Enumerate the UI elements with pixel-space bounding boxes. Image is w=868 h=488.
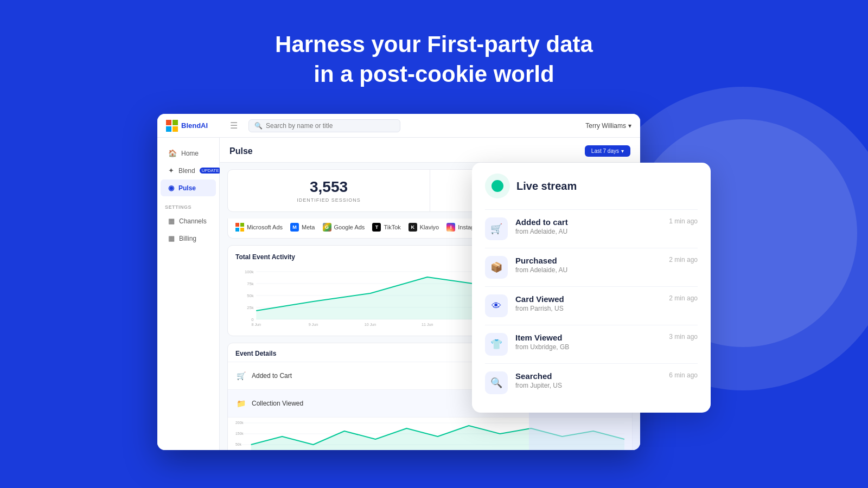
channel-klaviyo[interactable]: K Klaviyo <box>409 223 439 232</box>
ls-card-icon-0: 🛒 <box>485 217 508 240</box>
svg-text:10 Jun: 10 Jun <box>365 322 376 326</box>
date-filter-chevron-icon: ▾ <box>621 148 624 154</box>
logo-area: BlendAI <box>166 120 226 132</box>
ls-card-title: Live stream <box>516 180 577 192</box>
user-name: Terry Williams <box>585 122 626 130</box>
ls-card-content-4: Searched from Jupiter, US <box>515 371 661 389</box>
search-icon: 🔍 <box>254 122 263 130</box>
ls-card-content-2: Card Viewed from Parrish, US <box>515 294 661 312</box>
pulse-icon: ◉ <box>168 184 174 192</box>
channel-meta-label: Meta <box>302 224 315 230</box>
logo-icon <box>166 120 178 132</box>
sidebar: 🏠 Home ✦ Blend UPDATE ◉ Pulse SETTINGS ▦… <box>157 138 220 450</box>
settings-section-label: SETTINGS <box>157 197 219 212</box>
added-to-cart-icon: 🛒 <box>235 371 246 380</box>
sidebar-item-channels[interactable]: ▦ Channels <box>161 213 216 229</box>
svg-text:0: 0 <box>251 317 254 322</box>
sidebar-item-blend[interactable]: ✦ Blend UPDATE <box>161 162 216 179</box>
hero-section: Harness your First-party data in a post-… <box>0 0 868 89</box>
hero-line2: in a post-cookie world <box>314 61 554 87</box>
ls-card-content-1: Purchased from Adelaide, AU <box>515 256 661 274</box>
channel-microsoft-label: Microsoft Ads <box>247 224 283 230</box>
date-filter-button[interactable]: Last 7 days ▾ <box>585 145 630 157</box>
update-badge: UPDATE <box>200 168 221 174</box>
channel-meta[interactable]: M Meta <box>290 223 315 232</box>
ls-card-icon-4: 🔍 <box>485 371 508 394</box>
instagram-icon: I <box>446 223 455 232</box>
channel-tiktok[interactable]: T TikTok <box>372 223 400 232</box>
svg-rect-3 <box>173 126 178 132</box>
ls-card-row-1: 📦 Purchased from Adelaide, AU 2 min ago <box>485 248 698 286</box>
pulse-title: Pulse <box>229 146 253 156</box>
svg-text:75k: 75k <box>247 281 253 286</box>
google-icon: G <box>323 223 331 232</box>
channel-google-label: Google Ads <box>334 224 365 230</box>
svg-text:200k: 200k <box>235 421 244 425</box>
billing-icon: ▦ <box>168 234 175 242</box>
pulse-header: Pulse Last 7 days ▾ <box>220 138 640 163</box>
channels-icon: ▦ <box>168 217 175 225</box>
ls-card-icon-3: 👕 <box>485 333 508 356</box>
svg-rect-5 <box>240 223 244 227</box>
svg-text:50k: 50k <box>235 442 241 446</box>
sidebar-item-home[interactable]: 🏠 Home <box>161 145 216 162</box>
date-filter-label: Last 7 days <box>591 148 619 154</box>
svg-rect-0 <box>166 120 171 125</box>
search-bar[interactable]: 🔍 <box>248 119 400 132</box>
search-input[interactable] <box>266 122 394 130</box>
sidebar-item-pulse-label: Pulse <box>178 184 196 192</box>
user-chevron-icon: ▾ <box>628 122 631 130</box>
svg-rect-7 <box>240 228 244 232</box>
channel-tiktok-label: TikTok <box>384 224 400 230</box>
stat-identified-sessions: 3,553 IDENTIFIED SESSIONS <box>228 170 430 211</box>
stat-sessions-value: 3,553 <box>239 178 419 196</box>
sidebar-item-billing-label: Billing <box>179 235 196 242</box>
sidebar-item-home-label: Home <box>181 150 199 157</box>
channel-google-ads[interactable]: G Google Ads <box>323 223 365 232</box>
klaviyo-icon: K <box>409 223 417 232</box>
ls-card-icon-1: 📦 <box>485 256 508 279</box>
hero-line1: Harness your First-party data <box>275 31 593 57</box>
channel-klaviyo-label: Klaviyo <box>420 224 439 230</box>
channel-microsoft-ads[interactable]: Microsoft Ads <box>235 223 283 232</box>
hamburger-icon[interactable]: ☰ <box>230 120 238 131</box>
svg-rect-6 <box>235 228 239 232</box>
ls-card-icon-2: 👁 <box>485 294 508 317</box>
svg-rect-4 <box>235 223 239 227</box>
sidebar-item-pulse[interactable]: ◉ Pulse <box>161 179 216 196</box>
svg-rect-2 <box>166 126 171 132</box>
tiktok-icon: T <box>372 223 381 232</box>
stat-sessions-label: IDENTIFIED SESSIONS <box>239 197 419 203</box>
microsoft-icon <box>235 223 244 232</box>
ls-card-row-3: 👕 Item Viewed from Uxbridge, GB 3 min ag… <box>485 325 698 363</box>
ls-card-row-2: 👁 Card Viewed from Parrish, US 2 min ago <box>485 286 698 325</box>
logo-text: BlendAI <box>181 121 208 130</box>
collection-viewed-icon: 📁 <box>235 399 246 408</box>
user-area: Terry Williams ▾ <box>585 122 631 130</box>
svg-text:8 Jun: 8 Jun <box>251 322 261 326</box>
svg-rect-1 <box>173 120 178 125</box>
live-dot <box>492 180 503 192</box>
meta-icon: M <box>290 223 299 232</box>
ls-card-header: Live stream <box>485 174 698 198</box>
svg-text:50k: 50k <box>247 293 253 298</box>
blend-icon: ✦ <box>168 166 174 175</box>
live-stream-card: Live stream 🛒 Added to cart from Adelaid… <box>472 163 711 413</box>
sidebar-item-channels-label: Channels <box>179 217 207 225</box>
sidebar-item-billing[interactable]: ▦ Billing <box>161 230 216 247</box>
ls-card-content-3: Item Viewed from Uxbridge, GB <box>515 333 661 351</box>
svg-text:9 Jun: 9 Jun <box>309 322 318 326</box>
top-bar: BlendAI ☰ 🔍 Terry Williams ▾ <box>157 114 640 138</box>
live-dot-container <box>485 174 510 198</box>
home-icon: 🏠 <box>168 149 177 157</box>
svg-text:100k: 100k <box>245 269 254 274</box>
ls-card-content-0: Added to cart from Adelaide, AU <box>515 217 661 235</box>
ls-card-row-0: 🛒 Added to cart from Adelaide, AU 1 min … <box>485 209 698 248</box>
svg-text:150k: 150k <box>235 432 244 435</box>
svg-text:11 Jun: 11 Jun <box>422 322 433 326</box>
ls-card-row-4: 🔍 Searched from Jupiter, US 6 min ago <box>485 363 698 402</box>
svg-text:25k: 25k <box>247 305 253 310</box>
sidebar-item-blend-label: Blend <box>178 167 195 175</box>
